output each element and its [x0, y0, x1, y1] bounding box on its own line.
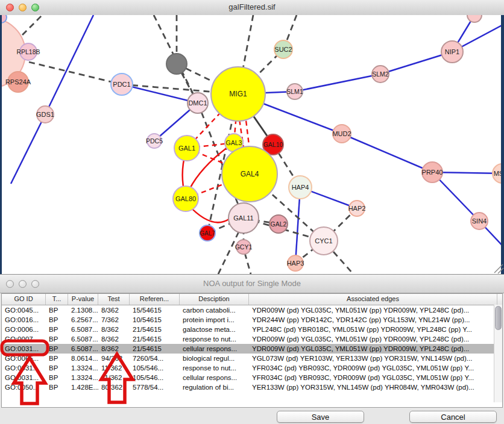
- table-cell: cellular respons...: [180, 344, 249, 354]
- table-row[interactable]: GO:0065...BP8.0614...94/3627260/54...bio…: [2, 354, 502, 363]
- table-cell: GO:0050...: [2, 382, 46, 392]
- network-edge[interactable]: [333, 252, 353, 274]
- table-cell: YGL073W (pd) YER103W, YER133W (pp) YOR31…: [249, 354, 497, 363]
- table-cell: GO:0045...: [2, 305, 46, 315]
- table-cell: BP: [46, 354, 68, 363]
- column-header-3[interactable]: P-value: [68, 294, 98, 305]
- node-RPL18B[interactable]: [20, 43, 37, 60]
- table-cell: 1.428E...: [68, 382, 98, 392]
- table-cell: BP: [46, 325, 68, 334]
- node-GAL7[interactable]: [200, 225, 215, 241]
- table-cell: 1.3324...: [68, 363, 98, 373]
- node-PDC1[interactable]: [111, 73, 133, 95]
- table-cell: 11/362: [98, 363, 130, 373]
- node-unlabeled[interactable]: [166, 54, 187, 74]
- node-GAL2[interactable]: [269, 215, 288, 233]
- node-PDC5[interactable]: [147, 134, 162, 148]
- table-scrollbar[interactable]: [494, 305, 502, 402]
- window-edge-right: [501, 15, 504, 274]
- table-cell: 80/362: [98, 382, 130, 392]
- node-CYC1[interactable]: [310, 227, 338, 255]
- table-cell: 7/362: [98, 315, 130, 325]
- cancel-button[interactable]: Cancel: [409, 411, 497, 423]
- node-DMC1[interactable]: [187, 93, 208, 113]
- table-cell: YDR009W (pd) YGL035C, YML051W (pp) YDR00…: [249, 344, 497, 354]
- table-cell: YPL248C (pd) YBR018C, YML051W (pp) YDR00…: [249, 325, 497, 334]
- table-cell: regulation of bi...: [180, 382, 249, 392]
- network-edge[interactable]: [29, 62, 122, 84]
- table-cell: GO:0065...: [2, 354, 46, 363]
- node-HAP2[interactable]: [349, 201, 365, 216]
- node-SUC2[interactable]: [274, 40, 292, 58]
- noa-output-window: NOA output for Single Mode GO IDT...P-va…: [0, 274, 504, 424]
- network-edge[interactable]: [122, 84, 198, 103]
- table-cell: GO:0031...: [2, 344, 46, 354]
- table-cell: YDR009W (pd) YGL035C, YML051W (pp) YDR00…: [249, 334, 497, 344]
- node-MIG1[interactable]: [211, 67, 265, 121]
- node-MUD2[interactable]: [333, 125, 351, 143]
- table-cell: 8.0614...: [68, 354, 98, 363]
- table-cell: 105/546...: [130, 363, 180, 373]
- table-cell: 21/54615: [130, 344, 180, 354]
- table-cell: BP: [46, 334, 68, 344]
- column-header-4[interactable]: Test: [98, 294, 130, 305]
- table-cell: 105/546...: [130, 373, 180, 382]
- node-HAP3[interactable]: [288, 255, 303, 271]
- node-GAL4[interactable]: [222, 146, 277, 202]
- node-SLM2[interactable]: [372, 66, 389, 83]
- table-cell: 8/362: [98, 334, 130, 344]
- node-GDS1[interactable]: [37, 106, 54, 123]
- network-graph[interactable]: RPL18BRPS24AGDS1PDC1DMC1MIG1SUC2SLM1SLM2…: [0, 15, 504, 274]
- table-cell: galactose meta...: [180, 325, 249, 334]
- node-HAP4[interactable]: [289, 176, 312, 199]
- node-SLM1[interactable]: [287, 84, 303, 99]
- table-body: GO:0045...BP2.1308...8/36215/54615carbon…: [2, 305, 502, 392]
- network-edge[interactable]: [11, 114, 45, 184]
- main-titlebar: galFiltered.sif: [0, 0, 504, 16]
- scrollbar-thumb[interactable]: [495, 306, 502, 330]
- column-header-5[interactable]: Referen...: [130, 294, 180, 305]
- table-cell: BP: [46, 344, 68, 354]
- window-edge-left: [0, 15, 2, 274]
- table-cell: YFR034C (pd) YBR093C, YDR009W (pd) YGL03…: [249, 363, 497, 373]
- table-row[interactable]: GO:0031...BP6.5087...8/36221/54615cellul…: [2, 344, 502, 354]
- table-row[interactable]: GO:0006...BP6.5087...8/36221/54615galact…: [2, 325, 502, 334]
- column-header-1[interactable]: GO ID: [2, 294, 46, 305]
- table-cell: GO:0007...: [2, 334, 46, 344]
- node-RPS24A[interactable]: [8, 72, 28, 92]
- save-button[interactable]: Save: [277, 411, 364, 423]
- table-row[interactable]: GO:0031...BP1.3324...11/362105/546...res…: [2, 363, 502, 373]
- network-edge[interactable]: [295, 74, 380, 92]
- column-header-7[interactable]: Associated edges: [249, 294, 497, 305]
- node-GCY1[interactable]: [236, 240, 251, 254]
- table-row[interactable]: GO:0016...BP6.2567...7/36210/54615protei…: [2, 315, 502, 325]
- table-row[interactable]: GO:0045...BP2.1308...8/36215/54615carbon…: [2, 305, 502, 315]
- network-canvas[interactable]: RPL18BRPS24AGDS1PDC1DMC1MIG1SUC2SLM1SLM2…: [0, 15, 504, 274]
- table-row[interactable]: GO:0050...BP1.428E...80/3625778/54...reg…: [2, 382, 502, 392]
- table-cell: protein import i...: [180, 315, 249, 325]
- network-edge[interactable]: [342, 134, 432, 172]
- column-header-2[interactable]: T...: [46, 294, 68, 305]
- table-cell: YFR034C (pd) YBR093C, YDR009W (pd) YGL03…: [249, 373, 497, 382]
- network-edge[interactable]: [45, 15, 93, 114]
- node-GAL1[interactable]: [174, 136, 200, 161]
- main-window-title: galFiltered.sif: [0, 2, 504, 11]
- node-SIN4[interactable]: [471, 213, 488, 229]
- screen: galFiltered.sif RPL18BRPS24AGDS1PDC1DMC1…: [0, 0, 504, 424]
- table-row[interactable]: GO:0007...BP6.5087...8/36221/54615respon…: [2, 334, 502, 344]
- network-edge[interactable]: [218, 232, 239, 274]
- table-cell: YDR009W (pd) YGL035C, YML051W (pp) YDR00…: [249, 305, 497, 315]
- table-cell: 21/54615: [130, 325, 180, 334]
- table-cell: 10/54615: [130, 315, 180, 325]
- node-GAL80[interactable]: [173, 186, 198, 211]
- table-cell: 8/362: [98, 305, 130, 315]
- table-cell: 5778/54...: [130, 382, 180, 392]
- table-row[interactable]: GO:0031...BP1.3324...11/362105/546...cel…: [2, 373, 502, 382]
- column-header-6[interactable]: Desciption: [180, 294, 249, 305]
- node-GAL11[interactable]: [228, 203, 259, 233]
- node-PRP40[interactable]: [422, 162, 443, 182]
- node-unlabeled[interactable]: [467, 15, 482, 22]
- table-cell: 15/54615: [130, 305, 180, 315]
- network-edge[interactable]: [245, 253, 251, 274]
- node-NIP1[interactable]: [441, 41, 463, 63]
